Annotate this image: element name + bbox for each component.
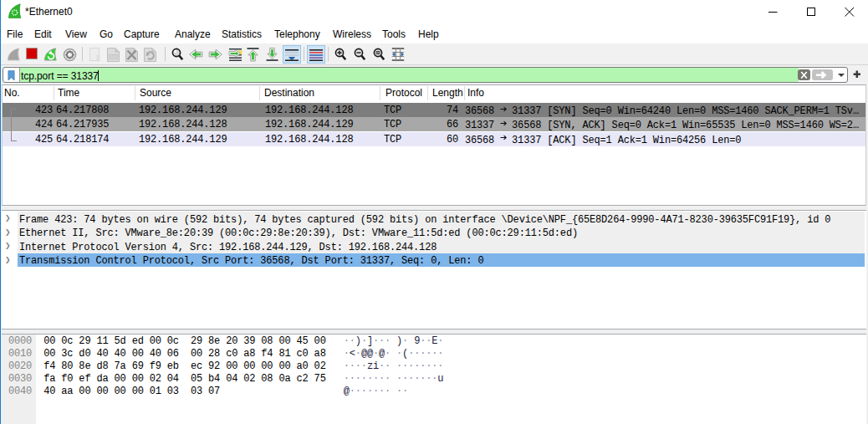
- svg-text:010: 010: [110, 54, 117, 59]
